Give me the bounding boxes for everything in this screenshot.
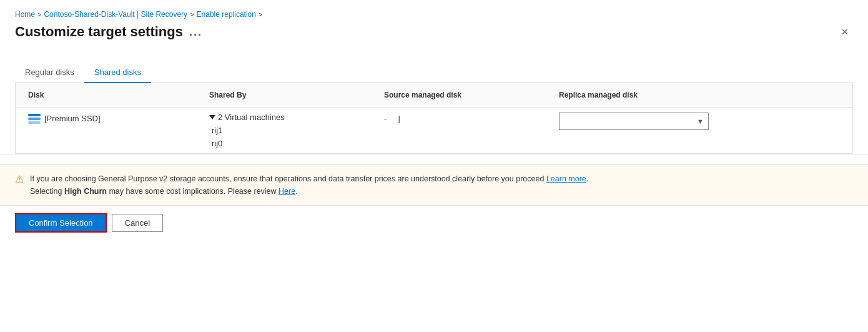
- here-link[interactable]: Here: [279, 187, 295, 196]
- tabs-bar: Regular disks Shared disks: [15, 63, 853, 83]
- col-header-shared-by: Shared By: [204, 88, 379, 102]
- warning-text-part4: .: [295, 187, 297, 196]
- warning-text-selecting: Selecting: [30, 187, 64, 196]
- footer-bar: Confirm Selection Cancel: [0, 205, 868, 240]
- shared-by-cell: 2 Virtual machines rij1 rij0: [204, 108, 379, 153]
- warning-text-part1: If you are choosing General Purpose v2 s…: [30, 174, 546, 183]
- breadcrumb-enable-replication[interactable]: Enable replication: [197, 10, 256, 19]
- tab-shared-disks[interactable]: Shared disks: [84, 63, 151, 83]
- tabs-section: Regular disks Shared disks Disk Shared B…: [15, 53, 853, 154]
- page-title: Customize target settings: [15, 24, 183, 40]
- source-managed-cell: - |: [379, 108, 554, 129]
- disk-cell: [Premium SSD]: [23, 108, 204, 129]
- breadcrumb-home[interactable]: Home: [15, 10, 35, 19]
- col-header-disk: Disk: [23, 88, 204, 102]
- cancel-button[interactable]: Cancel: [112, 214, 163, 232]
- vm-count-row: 2 Virtual machines: [209, 113, 374, 122]
- breadcrumb-sep-2: >: [190, 11, 194, 18]
- vm-item-2: rij0: [209, 139, 374, 148]
- warning-icon: ⚠: [15, 173, 24, 185]
- learn-more-link[interactable]: Learn more: [546, 174, 586, 183]
- high-churn-label: High Churn: [64, 187, 107, 196]
- vm-item-1: rij1: [209, 126, 374, 135]
- warning-text-part2: .: [586, 174, 588, 183]
- replica-disk-dropdown[interactable]: [559, 113, 709, 130]
- expand-icon[interactable]: [209, 115, 215, 119]
- disks-table: Disk Shared By Source managed disk Repli…: [15, 83, 853, 154]
- vm-count-label: 2 Virtual machines: [218, 113, 285, 122]
- warning-banner: ⚠ If you are choosing General Purpose v2…: [0, 164, 868, 205]
- breadcrumb-sep-1: >: [37, 11, 41, 18]
- table-row: [Premium SSD] 2 Virtual machines rij1 ri…: [16, 108, 852, 153]
- breadcrumb-vault[interactable]: Contoso-Shared-Disk-Vault | Site Recover…: [44, 10, 187, 19]
- breadcrumb: Home > Contoso-Shared-Disk-Vault | Site …: [15, 10, 853, 19]
- close-button[interactable]: ×: [836, 24, 853, 40]
- confirm-selection-button[interactable]: Confirm Selection: [15, 213, 107, 233]
- more-options-button[interactable]: ...: [189, 26, 202, 39]
- breadcrumb-sep-3: >: [259, 11, 262, 18]
- warning-text: If you are choosing General Purpose v2 s…: [30, 173, 588, 198]
- tab-regular-disks[interactable]: Regular disks: [15, 63, 84, 83]
- page-header: Customize target settings ... ×: [15, 24, 853, 40]
- source-disk-value: - |: [384, 114, 400, 123]
- col-header-replica: Replica managed disk: [554, 88, 845, 102]
- warning-text-part3: may have some cost implications. Please …: [107, 187, 279, 196]
- page-title-container: Customize target settings ...: [15, 24, 202, 40]
- content-area: Regular disks Shared disks Disk Shared B…: [15, 53, 853, 154]
- disk-icon: [28, 114, 41, 124]
- replica-managed-cell: ▼: [554, 108, 845, 135]
- replica-disk-dropdown-wrapper: ▼: [559, 113, 709, 130]
- table-header: Disk Shared By Source managed disk Repli…: [16, 83, 852, 108]
- section-divider: [0, 154, 868, 154]
- disk-label: [Premium SSD]: [44, 114, 101, 123]
- col-header-source: Source managed disk: [379, 88, 554, 102]
